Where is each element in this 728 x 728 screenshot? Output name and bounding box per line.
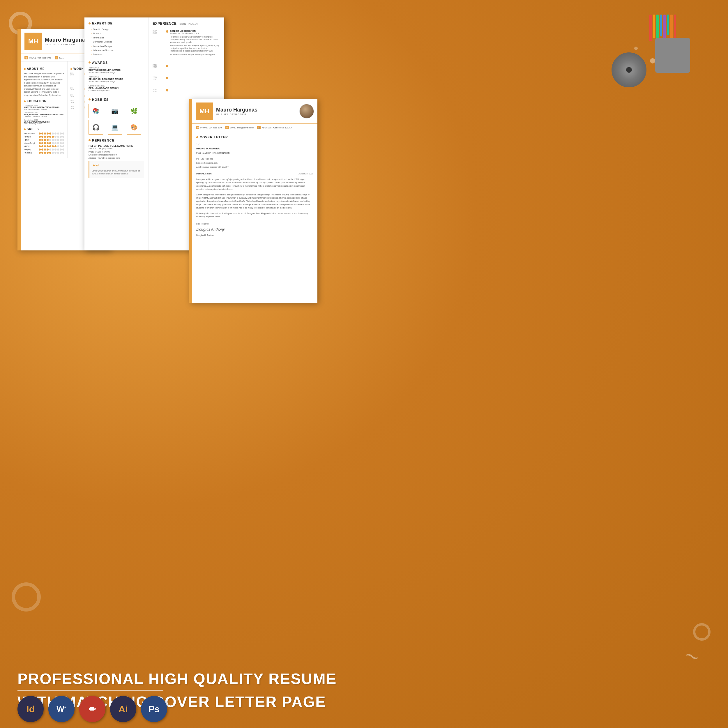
expertise-list: Graphic Design Finance Informatics Compu… [89, 28, 144, 57]
hobby-art: 🎨 [127, 120, 141, 135]
cl-to-label: TO. [196, 142, 314, 146]
education-list: Completion : 2012 MASTERS IN INTERACTION… [24, 104, 64, 125]
experience-continued-label: (CONTINUED) [179, 23, 198, 25]
awards-title: Awards [89, 61, 144, 64]
cl-to-block: TO. HIRING MANAGER FULL NAME OF HIRING M… [196, 142, 314, 169]
cl-body: Cover Letter TO. HIRING MANAGER FULL NAM… [192, 132, 317, 240]
skills-title: Skills [24, 127, 64, 131]
hobbies-grid: 📚 📷 🌿 🎧 💻 🎨 [89, 104, 144, 135]
ref-job-title: Job Title / Company Name [89, 147, 144, 149]
hobby-nature: 🌿 [127, 104, 141, 118]
exp-details-4 [170, 89, 220, 93]
deco-dot-topright2 [634, 47, 638, 50]
pencil-cup-decoration [647, 15, 699, 73]
cl-hiring-manager: HIRING MANAGER [196, 146, 314, 151]
exp-cont-entry-3: 20142016 [153, 76, 220, 80]
page2-left: Expertise Graphic Design Finance Informa… [84, 17, 148, 251]
exp-cont-entry-2: 20142016 [153, 64, 220, 68]
experience-continued-title: Experience [153, 21, 176, 26]
exp-cont-entry-4: 20142016 [153, 89, 220, 93]
skill-drupal: • Drupal [24, 136, 64, 138]
cl-address-icon: 🏠 [257, 126, 261, 129]
reference-title: Reference [89, 139, 144, 142]
expertise-graphic-design: Graphic Design [92, 28, 144, 31]
cl-email: ✉ EMAIL mail@domain.com [225, 126, 254, 129]
edu-school-2: California College Of The Arts [24, 116, 64, 117]
work-date-5: 20142016 [70, 106, 82, 109]
cl-name: Mauro Hargunas [216, 107, 299, 113]
cl-email-icon: ✉ [225, 126, 229, 129]
cl-section-title: Cover Letter [196, 135, 314, 139]
exp-dot-3 [166, 77, 168, 79]
exp-desc-1: • Promoted to Senior UX Designer by focu… [170, 35, 220, 56]
expertise-information-science: Information Science [92, 48, 144, 52]
phone-value: 024 4655 5746 [38, 57, 51, 59]
disc-decoration [612, 52, 647, 87]
cl-para-3: I think my talents more than fit with yo… [196, 212, 314, 218]
hobbies-title: Hobbies [89, 98, 144, 101]
cl-signatory-name: Douglas R. Andrew [196, 234, 314, 236]
exp-date-2: 20142016 [153, 64, 164, 68]
exp-details-2 [170, 64, 220, 68]
phone-label: PHONE [29, 57, 37, 59]
expertise-business: Business [92, 52, 144, 57]
hobby-computer: 💻 [108, 120, 122, 135]
illustrator-icon[interactable]: Ai [110, 696, 136, 722]
ref-quote-text: Lorem ipsum dolor sit amet, Iius fincibu… [92, 170, 142, 175]
exp-cont-entry-1: 20142016 SENIOR UX DESIGNER Pearlite Inc… [153, 30, 220, 56]
quote-mark: ❝❝ [92, 164, 142, 170]
email-icon: ✉ [55, 56, 58, 60]
cl-para-1: I was pleased to see your company's job … [196, 177, 314, 191]
exp-dot-4 [166, 89, 168, 92]
cl-e: E : user@example.com [196, 161, 314, 165]
award-name-1: BEST UX DESIGNER AWARD [89, 69, 144, 71]
cl-dear-salutation: Dear Ms. Smith: [196, 172, 212, 175]
work-date-1: 20142016 [70, 72, 82, 85]
skills-list: • Wordpress • Drupal [24, 133, 64, 154]
exp-details-1: SENIOR UX DESIGNER Pearlite Inc / San Fr… [170, 30, 220, 56]
software-icons-row: Id W ≡ ✏ Ai Ps [17, 696, 167, 722]
pen-icon[interactable]: ✏ [79, 696, 106, 722]
ref-address: Address : your street address here [89, 157, 144, 160]
exp-date-1: 20142016 [153, 30, 164, 56]
indesign-icon[interactable]: Id [17, 696, 44, 722]
tagline-underline [17, 690, 163, 691]
ref-name: REFER PERSON FULL NAME HERE [89, 144, 144, 147]
award-school-1: Stemford Community College [89, 71, 144, 73]
cl-contact-bar: ☎ PHONE 024 4655 5746 ✉ EMAIL mail@domai… [192, 124, 317, 132]
edu-degree-1: MASTERS IN INTERACTION DESIGN [24, 106, 64, 108]
cl-best-regards: Best Regards, [196, 223, 314, 225]
expertise-informatics: Informatics [92, 36, 144, 40]
cl-address-value: Avenue Park 120, LA [273, 127, 292, 129]
cl-title: UI & UX DESIGNER [216, 113, 299, 116]
award-entry-1: Year : 2012 BEST UX DESIGNER AWARD Stemf… [89, 67, 144, 73]
expertise-finance: Finance [92, 31, 144, 35]
cl-address: 🏠 ADDRESS Avenue Park 120, LA [257, 126, 292, 129]
expertise-computer-science: Computer Science [92, 40, 144, 44]
cl-email-value: mail@domain.com [237, 127, 254, 129]
cl-phone-value: 024 4655 5746 [209, 127, 222, 129]
skill-wordpress: • Wordpress [24, 133, 64, 135]
exp-details-3 [170, 76, 220, 80]
word-icon[interactable]: W ≡ [48, 696, 75, 722]
about-title: About Me [24, 67, 64, 70]
exp-date-3: 20142016 [153, 76, 164, 80]
award-entry-3: Completion : 2012 BFA, LANDSCAPE DESIGN … [89, 85, 144, 92]
edu-school-3: China Academy Of Arts [24, 123, 64, 125]
tagline-1: PROFESSIONAL HIGH QUALITY RESUME [17, 670, 711, 688]
edu-entry-3: Completion : 2012 BFA, LANDSCAPE DESIGN … [24, 119, 64, 125]
ref-phone: Phone : +123 4567 896 [89, 151, 144, 154]
cl-hiring-full: FULL NAME OF HIRING MANAGER [196, 151, 314, 155]
expertise-title: Expertise [89, 21, 144, 25]
cl-para-2: An UX designer has to be able to design … [196, 193, 314, 210]
cover-letter-page: MH Mauro Hargunas UI & UX DESIGNER ☎ PHO… [189, 99, 317, 303]
award-school-2: Stemford Community College [89, 80, 144, 83]
cl-monogram: MH [196, 102, 213, 120]
resume-monogram: MH [24, 33, 42, 50]
photoshop-icon[interactable]: Ps [141, 696, 167, 722]
award-year-3: Completion : 2012 [89, 85, 144, 87]
exp-title-1: SENIOR UX DESIGNER [170, 30, 220, 32]
ref-contact: Phone : +123 4567 896 Email : yourmail@e… [89, 151, 144, 160]
cl-address-label: ADDRESS [262, 127, 272, 129]
cl-orange-accent [189, 99, 192, 303]
